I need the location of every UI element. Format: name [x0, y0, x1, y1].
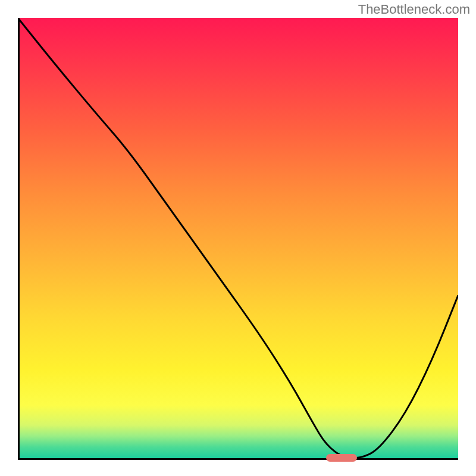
chart-container: TheBottleneck.com — [0, 0, 476, 476]
bottleneck-curve-path — [18, 18, 458, 458]
y-axis — [18, 18, 20, 458]
x-axis — [18, 458, 458, 460]
watermark-text: TheBottleneck.com — [358, 2, 470, 17]
optimal-range-marker — [326, 454, 357, 462]
bottleneck-curve-svg — [18, 18, 458, 458]
